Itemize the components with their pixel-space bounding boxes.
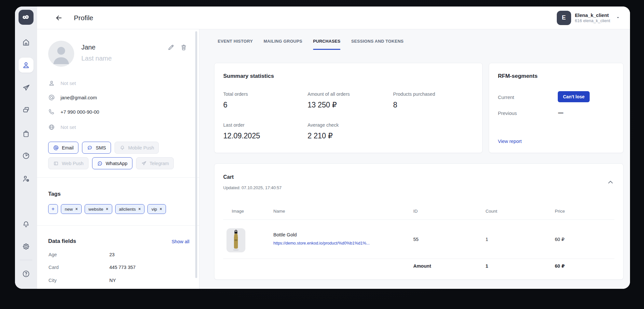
logo-squiggle-icon bbox=[21, 12, 31, 22]
profile-panel: Jane Last name bbox=[37, 29, 199, 289]
phone-icon bbox=[48, 108, 55, 115]
panel-scrollbar[interactable] bbox=[195, 31, 197, 278]
stat-value: 13 250 ₽ bbox=[308, 101, 350, 109]
tag-chip-new[interactable]: new × bbox=[61, 204, 82, 214]
add-tag-button[interactable]: + bbox=[48, 204, 58, 214]
column-header-count: Count bbox=[486, 209, 497, 214]
tags-row: + new × website × allclients × bbox=[48, 204, 166, 214]
channel-web-push[interactable]: Web Push bbox=[48, 157, 89, 169]
sidebar-item-account-management[interactable] bbox=[20, 172, 33, 185]
remove-tag-icon[interactable]: × bbox=[138, 207, 141, 211]
product-id: 55 bbox=[413, 237, 418, 242]
rfm-title: RFM-segments bbox=[498, 73, 538, 79]
stat-products-purchased: Products purchased 8 bbox=[393, 91, 435, 109]
channels-row-2: Web Push WhatsApp Telegram bbox=[48, 157, 174, 169]
app-logo[interactable] bbox=[19, 10, 34, 25]
sidebar-item-settings[interactable] bbox=[20, 240, 33, 253]
profile-avatar bbox=[48, 41, 74, 67]
stat-label: Total orders bbox=[223, 91, 248, 97]
sidebar-item-home[interactable] bbox=[20, 36, 33, 49]
rfm-previous-label: Previous bbox=[498, 110, 517, 116]
person-icon bbox=[48, 80, 55, 87]
contact-website-value: Not set bbox=[61, 124, 76, 130]
tag-label: allclients bbox=[119, 207, 136, 212]
field-label: Age bbox=[48, 252, 57, 257]
tag-chip-allclients[interactable]: allclients × bbox=[115, 204, 145, 214]
column-header-price: Price bbox=[555, 209, 565, 214]
sidebar-item-notifications[interactable] bbox=[20, 218, 33, 231]
top-bar: Profile E Elena_k_client 616 elena_k_cli… bbox=[37, 7, 630, 29]
tag-chip-vip[interactable]: vip × bbox=[147, 204, 166, 214]
sidebar-item-profiles[interactable] bbox=[19, 58, 34, 73]
remove-tag-icon[interactable]: × bbox=[106, 207, 108, 211]
field-label: City bbox=[48, 278, 57, 283]
remove-tag-icon[interactable]: × bbox=[75, 207, 78, 211]
channel-label: Email bbox=[62, 145, 74, 150]
edit-profile-button[interactable] bbox=[167, 43, 175, 51]
rfm-current-label: Current bbox=[498, 94, 514, 100]
contact-name-value: Not set bbox=[61, 80, 76, 86]
tab-mailing-groups[interactable]: MAILING GROUPS bbox=[264, 29, 302, 50]
plus-icon: + bbox=[51, 206, 54, 212]
user-settings-icon bbox=[22, 175, 30, 183]
channel-email[interactable]: Email bbox=[48, 142, 78, 154]
sidebar-item-store[interactable] bbox=[20, 127, 33, 140]
avatar-placeholder-icon bbox=[48, 41, 74, 67]
bell-icon bbox=[22, 220, 30, 229]
sidebar-item-messages[interactable] bbox=[20, 81, 33, 94]
bottle-image bbox=[230, 230, 241, 251]
stat-total-orders: Total orders 6 bbox=[223, 91, 248, 109]
page-title: Profile bbox=[74, 14, 93, 22]
desktop-background: Profile E Elena_k_client 616 elena_k_cli… bbox=[0, 0, 644, 309]
chat-bubble-icon bbox=[87, 145, 93, 151]
collapse-cart-button[interactable] bbox=[607, 179, 614, 186]
summary-statistics-card: Summary statistics Total orders 6 Amount… bbox=[214, 63, 483, 153]
show-all-link[interactable]: Show all bbox=[171, 239, 189, 244]
stat-value: 6 bbox=[223, 101, 248, 109]
column-header-name: Name bbox=[273, 209, 285, 214]
table-divider bbox=[223, 259, 614, 259]
nav-sidebar bbox=[15, 7, 37, 289]
arrow-left-icon bbox=[55, 14, 63, 22]
column-header-id: ID bbox=[413, 209, 418, 214]
channel-label: WhatsApp bbox=[106, 161, 128, 166]
tag-chip-website[interactable]: website × bbox=[85, 204, 112, 214]
sidebar-item-analytics[interactable] bbox=[20, 149, 33, 162]
back-button[interactable] bbox=[55, 14, 63, 22]
last-name-placeholder: Last name bbox=[81, 55, 112, 62]
at-icon bbox=[48, 94, 55, 101]
data-fields-title: Data fields bbox=[48, 238, 76, 245]
user-menu[interactable]: E Elena_k_client 616 elena_k_client bbox=[557, 11, 620, 25]
channel-mobile-push[interactable]: Mobile Push bbox=[115, 142, 159, 154]
sidebar-item-help[interactable] bbox=[20, 267, 33, 280]
delete-profile-button[interactable] bbox=[179, 43, 188, 51]
tab-event-history[interactable]: EVENT HISTORY bbox=[218, 29, 253, 50]
tab-bar: EVENT HISTORY MAILING GROUPS PURCHASES S… bbox=[218, 29, 404, 50]
channel-sms[interactable]: SMS bbox=[82, 142, 111, 154]
gear-icon bbox=[22, 242, 30, 251]
stat-label: Amount of all orders bbox=[308, 91, 350, 97]
contact-email-value: jane@gmail.com bbox=[61, 95, 97, 100]
field-label: Card bbox=[48, 265, 59, 270]
chevron-down-icon bbox=[616, 15, 620, 21]
home-icon bbox=[22, 38, 30, 47]
product-url-link[interactable]: https://demo.store.enkod.io/product/%d0%… bbox=[273, 241, 370, 246]
product-name: Bottle Gold bbox=[273, 232, 297, 237]
channels-row-1: Email SMS bbox=[48, 142, 159, 154]
total-label: Amount bbox=[413, 263, 431, 269]
chevron-up-icon bbox=[607, 179, 614, 186]
channel-telegram[interactable]: Telegram bbox=[136, 157, 174, 169]
channel-whatsapp[interactable]: WhatsApp bbox=[92, 157, 132, 169]
tab-sessions-and-tokens[interactable]: SESSIONS AND TOKENS bbox=[351, 29, 404, 50]
view-report-link[interactable]: View report bbox=[498, 139, 522, 144]
cart-title: Cart bbox=[223, 174, 234, 180]
pie-chart-icon bbox=[22, 151, 30, 160]
stat-value: 2 210 ₽ bbox=[308, 132, 339, 140]
pencil-icon bbox=[167, 44, 175, 51]
contact-row-email: jane@gmail.com bbox=[48, 93, 97, 101]
tab-purchases[interactable]: PURCHASES bbox=[313, 29, 340, 50]
sidebar-item-pages[interactable] bbox=[20, 104, 33, 117]
remove-tag-icon[interactable]: × bbox=[160, 207, 162, 211]
panel-divider bbox=[37, 225, 199, 226]
stat-label: Last order bbox=[223, 122, 260, 128]
